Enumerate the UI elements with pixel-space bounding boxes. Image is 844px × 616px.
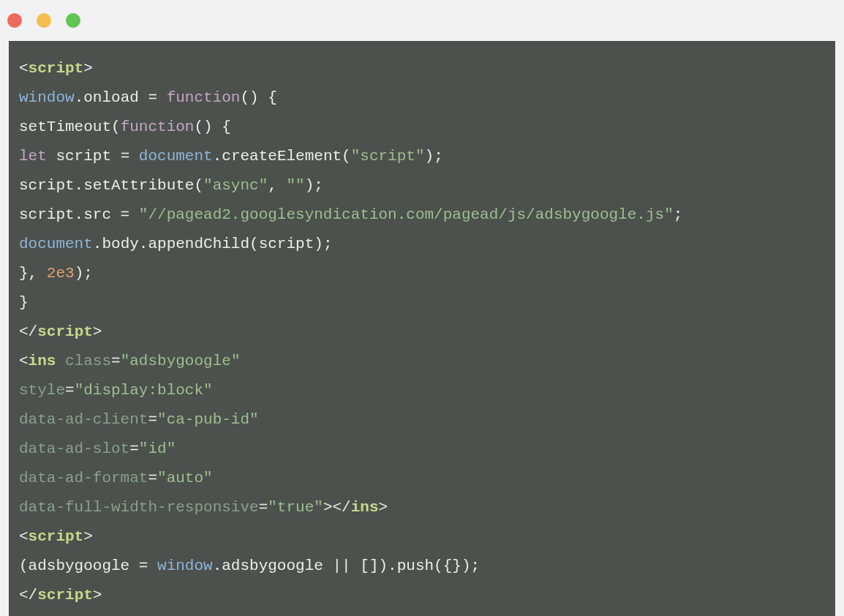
code-token: document: [139, 148, 213, 165]
code-token: () {: [194, 119, 230, 135]
code-token: <: [19, 353, 29, 369]
code-token: .createElement(: [213, 148, 351, 165]
code-token: "//pagead2.googlesyndication.com/pagead/…: [139, 206, 674, 223]
code-window: <script>window.onload = function() {setT…: [0, 0, 844, 616]
code-token: );: [305, 177, 323, 194]
code-token: document: [19, 236, 93, 252]
code-line: window.onload = function() {: [19, 83, 825, 113]
code-token: "true": [268, 499, 323, 516]
code-token: "auto": [157, 470, 213, 487]
code-line: <script>: [19, 54, 825, 83]
code-token: class: [65, 353, 111, 369]
code-token: ></: [323, 499, 351, 516]
code-token: "async": [203, 177, 268, 194]
code-token: script.src =: [19, 206, 139, 223]
code-token: style: [19, 382, 65, 399]
code-token: script.setAttribute(: [19, 177, 203, 194]
code-line: data-ad-format="auto": [19, 464, 825, 493]
code-token: "ca-pub-id": [157, 411, 259, 428]
code-token: >: [93, 323, 102, 340]
code-line: data-ad-client="ca-pub-id": [19, 405, 825, 435]
code-token: 2e3: [47, 265, 75, 282]
code-token: window: [19, 89, 75, 106]
code-token: "id": [139, 440, 176, 457]
code-line: script.src = "//pagead2.googlesyndicatio…: [19, 200, 825, 230]
code-token: =: [148, 470, 157, 487]
code-token: (adsbygoogle =: [19, 557, 157, 574]
code-token: >: [93, 587, 102, 604]
code-token: =: [129, 440, 139, 457]
code-line: </script>: [19, 318, 825, 347]
code-token: .onload =: [75, 89, 167, 106]
code-token: ;: [674, 206, 683, 223]
code-token: "script": [351, 148, 425, 165]
code-token: =: [65, 382, 75, 399]
code-token: "display:block": [75, 382, 213, 399]
code-token: ins: [351, 499, 379, 516]
code-token: ,: [268, 177, 286, 194]
code-token: }: [19, 294, 29, 311]
code-token: function: [167, 89, 241, 106]
code-token: script: [29, 60, 84, 77]
code-line: let script = document.createElement("scr…: [19, 142, 825, 171]
code-token: >: [379, 499, 388, 516]
code-line: setTimeout(function() {: [19, 113, 825, 142]
code-line: }, 2e3);: [19, 259, 825, 288]
code-token: );: [425, 148, 443, 165]
code-token: =: [259, 499, 268, 516]
code-line: <script>: [19, 522, 825, 552]
close-icon[interactable]: [7, 13, 22, 28]
code-token: "adsbygoogle": [121, 353, 241, 369]
code-token: window: [157, 557, 213, 574]
code-line: data-full-width-responsive="true"></ins>: [19, 493, 825, 522]
code-line: data-ad-slot="id": [19, 435, 825, 464]
code-token: [56, 353, 65, 369]
code-token: setTimeout(: [19, 119, 121, 135]
code-token: script: [37, 587, 93, 604]
code-token: data-ad-slot: [19, 440, 129, 457]
code-token: </: [19, 587, 37, 604]
code-token: () {: [240, 89, 276, 106]
code-token: <: [19, 528, 29, 545]
code-token: ins: [29, 353, 56, 369]
code-token: .adsbygoogle || []).push({});: [213, 557, 480, 574]
code-token: data-ad-client: [19, 411, 148, 428]
code-token: script: [37, 323, 93, 340]
code-token: script =: [47, 148, 139, 165]
code-token: },: [19, 265, 47, 282]
code-token: <: [19, 60, 29, 77]
zoom-icon[interactable]: [66, 13, 80, 28]
code-token: >: [83, 60, 93, 77]
code-token: >: [83, 528, 93, 545]
code-token: .body.appendChild(script);: [93, 236, 333, 252]
code-line: script.setAttribute("async", "");: [19, 171, 825, 200]
code-line: style="display:block": [19, 376, 825, 405]
code-line: <ins class="adsbygoogle": [19, 347, 825, 376]
code-token: =: [148, 411, 157, 428]
code-line: document.body.appendChild(script);: [19, 230, 825, 259]
code-token: =: [111, 353, 121, 369]
code-editor[interactable]: <script>window.onload = function() {setT…: [9, 41, 835, 616]
code-token: let: [19, 148, 47, 165]
code-token: "": [286, 177, 304, 194]
code-line: (adsbygoogle = window.adsbygoogle || [])…: [19, 552, 825, 581]
code-token: script: [29, 528, 84, 545]
minimize-icon[interactable]: [37, 13, 51, 28]
code-token: );: [75, 265, 93, 282]
code-token: function: [121, 119, 195, 135]
code-line: }: [19, 288, 825, 318]
titlebar: [0, 0, 844, 41]
code-line: </script>: [19, 581, 825, 610]
code-token: data-ad-format: [19, 470, 148, 487]
code-token: data-full-width-responsive: [19, 499, 259, 516]
code-token: </: [19, 323, 37, 340]
